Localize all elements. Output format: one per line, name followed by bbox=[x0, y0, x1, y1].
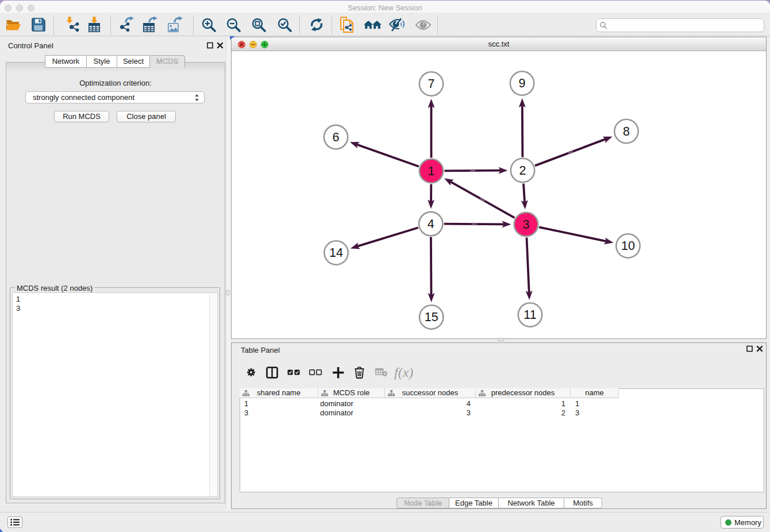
svg-text:10: 10 bbox=[621, 239, 635, 253]
svg-text:1: 1 bbox=[428, 164, 435, 178]
svg-text:15: 15 bbox=[425, 310, 438, 324]
svg-text:6: 6 bbox=[333, 130, 340, 144]
svg-text:7: 7 bbox=[428, 77, 435, 91]
svg-text:2: 2 bbox=[519, 164, 526, 178]
svg-text:9: 9 bbox=[519, 76, 526, 90]
svg-text:14: 14 bbox=[329, 246, 343, 260]
svg-text:8: 8 bbox=[623, 125, 630, 138]
svg-text:4: 4 bbox=[428, 217, 434, 231]
svg-text:11: 11 bbox=[523, 308, 536, 322]
svg-text:3: 3 bbox=[523, 218, 530, 232]
